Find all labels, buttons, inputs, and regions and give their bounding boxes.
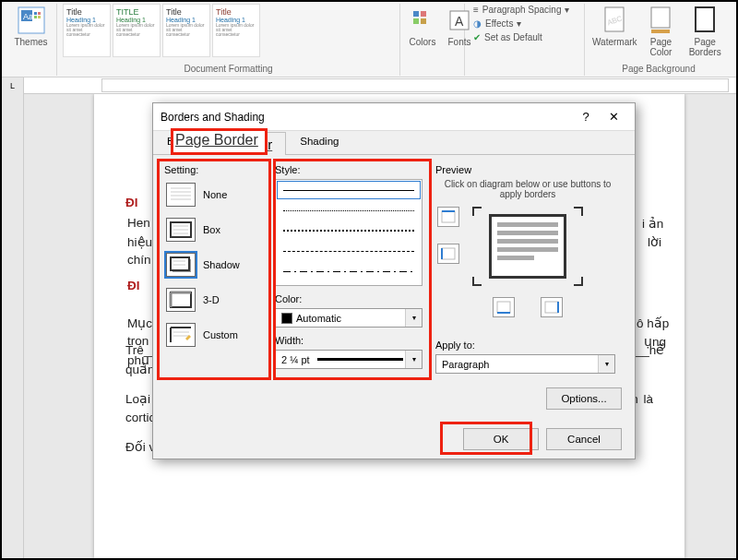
color-dropdown[interactable]: Automatic▾ bbox=[275, 308, 423, 328]
border-bottom-toggle[interactable] bbox=[493, 297, 515, 317]
dialog-titlebar[interactable]: Borders and Shading ? ✕ bbox=[153, 103, 635, 131]
setting-section: Setting: None Box Shadow 3-D Custom bbox=[164, 164, 266, 351]
width-dropdown[interactable]: 2 ¼ pt▾ bbox=[275, 350, 423, 369]
doc-text-fragment: Mục bbox=[127, 316, 152, 330]
preview-label: Preview bbox=[435, 164, 620, 175]
svg-rect-5 bbox=[34, 16, 37, 18]
applyto-dropdown[interactable]: Paragraph▾ bbox=[435, 354, 615, 374]
border-right-toggle[interactable] bbox=[541, 297, 563, 317]
chevron-down-icon: ▾ bbox=[405, 351, 422, 368]
dialog-help-button[interactable]: ? bbox=[572, 108, 600, 126]
theme-item[interactable]: TitleHeading 1Lorem ipsum dolor sit amet… bbox=[212, 4, 260, 57]
svg-text:Aa: Aa bbox=[23, 12, 33, 21]
svg-rect-43 bbox=[442, 248, 455, 259]
dialog-title-text: Borders and Shading bbox=[161, 111, 265, 124]
style-dotted[interactable] bbox=[276, 220, 422, 241]
setting-3d[interactable]: 3-D bbox=[166, 288, 264, 312]
ruler-corner: L bbox=[2, 77, 24, 94]
doc-text-fragment: hiệu bbox=[127, 234, 152, 249]
style-extra[interactable] bbox=[276, 281, 422, 286]
borders-shading-dialog: Borders and Shading ? ✕ Borders Page Bor… bbox=[152, 102, 636, 459]
watermark-icon: ABC bbox=[600, 6, 629, 35]
preview-hint: Click on diagram below or use buttons to… bbox=[435, 179, 620, 199]
doc-text-fragment: ụng bbox=[644, 334, 666, 349]
style-dashed[interactable] bbox=[276, 241, 422, 261]
border-left-toggle[interactable] bbox=[437, 244, 459, 264]
colors-icon bbox=[408, 6, 437, 35]
theme-item[interactable]: TITLEHeading 1Lorem ipsum dolor sit amet… bbox=[113, 4, 161, 57]
tab-borders[interactable]: Borders bbox=[153, 131, 181, 154]
svg-rect-9 bbox=[413, 18, 419, 24]
theme-item[interactable]: TitleHeading 1Lorem ipsum dolor sit amet… bbox=[63, 4, 111, 57]
vertical-ruler[interactable] bbox=[2, 94, 24, 558]
tab-page-border[interactable]: Page Border bbox=[181, 132, 286, 155]
style-dashdot[interactable] bbox=[276, 261, 422, 281]
set-default-button[interactable]: ✔Set as Default bbox=[470, 31, 578, 43]
page-borders-button[interactable]: Page Borders bbox=[683, 4, 727, 59]
spacing-icon: ≡ bbox=[473, 5, 479, 15]
chevron-down-icon: ▾ bbox=[405, 309, 422, 327]
themes-icon: Aa bbox=[17, 6, 46, 35]
doc-text-fragment: ô hấp bbox=[637, 316, 669, 330]
style-list[interactable] bbox=[275, 179, 423, 286]
colors-button[interactable]: Colors bbox=[406, 4, 439, 49]
setting-shadow[interactable]: Shadow bbox=[166, 253, 264, 277]
preview-section: Preview Click on diagram below or use bu… bbox=[435, 164, 620, 317]
svg-rect-17 bbox=[696, 7, 714, 31]
page-borders-icon bbox=[690, 6, 720, 35]
tab-shading[interactable]: Shading bbox=[286, 131, 352, 154]
style-label: Style: bbox=[275, 164, 423, 175]
ribbon: Aa Themes TitleHeading 1Lorem ipsum dolo… bbox=[2, 2, 736, 77]
horizontal-ruler[interactable] bbox=[101, 78, 729, 92]
border-top-toggle[interactable] bbox=[437, 207, 459, 227]
dialog-close-button[interactable]: ✕ bbox=[600, 108, 627, 126]
page-color-icon bbox=[646, 6, 675, 35]
doc-text-fragment: Hen bbox=[127, 216, 150, 230]
doc-text-fragment: tron bbox=[127, 334, 149, 348]
svg-rect-7 bbox=[413, 11, 419, 17]
style-solid[interactable] bbox=[276, 180, 422, 200]
svg-rect-39 bbox=[545, 302, 558, 313]
doc-text-fragment: lời bbox=[648, 234, 661, 249]
watermark-button[interactable]: ABCWatermark bbox=[590, 4, 639, 49]
preview-diagram[interactable] bbox=[472, 207, 583, 286]
width-label: Width: bbox=[275, 335, 423, 346]
themes-button[interactable]: Aa Themes bbox=[11, 4, 51, 49]
style-section: Style: Color: Automatic▾ Width: 2 ¼ pt▾ bbox=[275, 164, 423, 369]
svg-rect-8 bbox=[421, 11, 426, 17]
chevron-down-icon: ▾ bbox=[598, 355, 614, 373]
applyto-label: Apply to: bbox=[435, 340, 615, 351]
setting-custom[interactable]: Custom bbox=[166, 323, 264, 347]
doc-text-fragment: i ản bbox=[642, 216, 663, 231]
svg-rect-4 bbox=[38, 12, 41, 15]
setting-none[interactable]: None bbox=[166, 183, 264, 207]
applyto-section: Apply to: Paragraph▾ bbox=[435, 340, 615, 374]
doc-text-fragment: phụ bbox=[127, 352, 149, 367]
theme-item[interactable]: TitleHeading 1Lorem ipsum dolor sit amet… bbox=[162, 4, 210, 57]
svg-rect-30 bbox=[171, 292, 191, 307]
setting-box[interactable]: Box bbox=[166, 218, 264, 242]
doc-text-fragment: chín bbox=[127, 253, 151, 267]
paragraph-spacing-button[interactable]: ≡Paragraph Spacing▾ bbox=[470, 4, 578, 16]
ruler: L bbox=[2, 77, 736, 94]
svg-rect-3 bbox=[34, 12, 37, 15]
check-icon: ✔ bbox=[473, 32, 481, 42]
svg-rect-6 bbox=[38, 16, 41, 18]
page-color-button[interactable]: Page Color bbox=[643, 4, 680, 59]
doc-text-fragment: ĐI bbox=[127, 279, 140, 292]
ok-button[interactable]: OK bbox=[463, 428, 539, 450]
setting-label: Setting: bbox=[164, 164, 266, 175]
svg-rect-41 bbox=[442, 211, 455, 222]
dialog-tabs: Borders Page Border Shading bbox=[153, 131, 635, 155]
effects-button[interactable]: ◑Effects▾ bbox=[470, 18, 578, 30]
svg-rect-10 bbox=[421, 18, 426, 24]
effects-icon: ◑ bbox=[473, 18, 482, 29]
theme-gallery[interactable]: TitleHeading 1Lorem ipsum dolor sit amet… bbox=[63, 4, 394, 57]
style-dotted-fine[interactable] bbox=[276, 200, 422, 220]
svg-rect-27 bbox=[171, 257, 189, 270]
options-button[interactable]: Options... bbox=[546, 387, 622, 410]
cancel-button[interactable]: Cancel bbox=[546, 428, 622, 450]
svg-rect-16 bbox=[651, 30, 670, 33]
svg-rect-15 bbox=[651, 7, 670, 28]
svg-text:A: A bbox=[455, 14, 464, 29]
